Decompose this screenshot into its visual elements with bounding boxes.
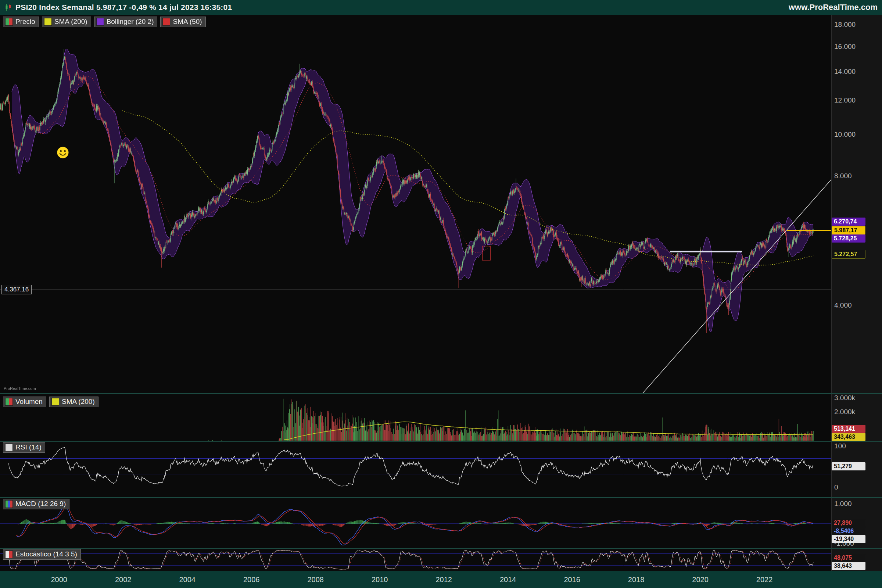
legend-label: SMA (200) xyxy=(54,18,87,26)
sma50-swatch-icon xyxy=(162,18,170,26)
app-window: PSI20 Index Semanal 5.987,17 -0,49 % 14 … xyxy=(0,0,882,588)
volume-axis-tick: 3.000k xyxy=(834,394,855,402)
year-tick: 2008 xyxy=(307,576,324,584)
top-bar: PSI20 Index Semanal 5.987,17 -0,49 % 14 … xyxy=(0,0,882,15)
year-tick: 2004 xyxy=(179,576,195,584)
price-axis-tick: 16.000 xyxy=(834,43,855,51)
legend-item-precio[interactable]: Precio xyxy=(3,16,39,27)
year-tick: 2022 xyxy=(756,576,773,584)
macd-value-label: -19,340 xyxy=(832,535,866,543)
price-value-label: 5.272,57 xyxy=(832,250,866,259)
legend-item-sma-200-[interactable]: SMA (200) xyxy=(49,396,99,407)
bollinger-swatch-icon xyxy=(96,18,104,26)
rsi-axis-tick: 0 xyxy=(834,483,838,491)
legend-label: SMA (200) xyxy=(62,398,95,406)
year-tick: 2016 xyxy=(564,576,580,584)
price-value-label: 5.987,17 xyxy=(832,226,866,235)
panel-divider[interactable] xyxy=(0,497,882,498)
price-value-label: 5.728,25 xyxy=(832,234,866,243)
legend-label: RSI (14) xyxy=(15,443,42,451)
stoch-value-label: 48,075 xyxy=(832,554,866,562)
volume-axis-tick: 2.000k xyxy=(834,408,855,416)
legend-stoch: Estocástico (14 3 5) xyxy=(3,549,81,560)
year-tick: 2020 xyxy=(692,576,708,584)
stoch-value-label: 38,643 xyxy=(832,562,866,570)
smiley-annotation[interactable] xyxy=(56,146,69,159)
year-tick: 2018 xyxy=(628,576,645,584)
legend-label: MACD (12 26 9) xyxy=(15,500,66,508)
legend-volume: VolumenSMA (200) xyxy=(3,396,99,407)
legend-item-sma-50-[interactable]: SMA (50) xyxy=(160,16,206,27)
sma200-swatch-icon xyxy=(51,398,59,406)
time-axis[interactable]: 2000200220042006200820102012201420162018… xyxy=(0,571,882,588)
volume-value-label: 343,463 xyxy=(832,433,866,441)
year-tick: 2010 xyxy=(372,576,388,584)
year-tick: 2012 xyxy=(435,576,452,584)
rsi-axis-tick: 100 xyxy=(834,442,846,450)
macd-swatch-icon xyxy=(5,500,13,508)
macd-value-label: -8,5406 xyxy=(832,527,866,535)
macd-value-label: 27,890 xyxy=(832,519,866,527)
price-axis-tick: 12.000 xyxy=(834,96,855,104)
macd-axis-tick: 1.000 xyxy=(834,500,852,508)
legend-rsi: RSI (14) xyxy=(3,442,45,453)
price-axis-tick: 18.000 xyxy=(834,21,855,28)
legend-label: Bollinger (20 2) xyxy=(106,18,154,26)
legend-item-rsi-14-[interactable]: RSI (14) xyxy=(3,442,45,453)
price-axis-tick: 4.000 xyxy=(834,302,852,309)
watermark: ProRealTime.com xyxy=(4,386,36,391)
sma200-swatch-icon xyxy=(44,18,52,26)
legend-item-sma-200-[interactable]: SMA (200) xyxy=(42,16,91,27)
legend-label: SMA (50) xyxy=(173,18,202,26)
price-axis-tick: 14.000 xyxy=(834,68,855,76)
legend-price: PrecioSMA (200)Bollinger (20 2)SMA (50) xyxy=(3,16,206,27)
price-value-label: 6.270,74 xyxy=(832,218,866,226)
chart-title: PSI20 Index Semanal 5.987,17 -0,49 % 14 … xyxy=(15,3,232,12)
panel-divider[interactable] xyxy=(0,441,882,442)
legend-item-bollinger-20-2-[interactable]: Bollinger (20 2) xyxy=(94,16,158,27)
year-tick: 2000 xyxy=(51,576,67,584)
legend-item-macd-12-26-9-[interactable]: MACD (12 26 9) xyxy=(3,499,69,509)
price-axis-tick: 10.000 xyxy=(834,130,855,138)
price-axis-tick: 8.000 xyxy=(834,172,852,180)
legend-label: Volumen xyxy=(15,398,43,406)
site-url: www.ProRealTime.com xyxy=(789,3,878,12)
rsi-swatch-icon xyxy=(5,444,13,451)
year-tick: 2014 xyxy=(500,576,516,584)
legend-item-volumen[interactable]: Volumen xyxy=(3,396,46,407)
rsi-value-label: 51,279 xyxy=(832,462,866,470)
year-tick: 2006 xyxy=(243,576,260,584)
volume-value-label: 513,141 xyxy=(832,425,866,433)
volume-swatch-icon xyxy=(5,398,13,406)
instrument-candles-icon xyxy=(4,3,12,11)
legend-item-estoc-stico-14-3-5-[interactable]: Estocástico (14 3 5) xyxy=(3,549,81,560)
price-swatch-icon xyxy=(5,18,13,26)
chart-canvas[interactable] xyxy=(0,15,831,571)
legend-label: Precio xyxy=(15,18,35,26)
stoch-swatch-icon xyxy=(5,550,13,558)
horizontal-level-label: 4.367,16 xyxy=(2,285,32,294)
panel-divider[interactable] xyxy=(0,548,882,549)
panel-divider[interactable] xyxy=(0,393,882,394)
legend-label: Estocástico (14 3 5) xyxy=(15,550,77,558)
legend-macd: MACD (12 26 9) xyxy=(3,499,69,509)
year-tick: 2002 xyxy=(115,576,132,584)
